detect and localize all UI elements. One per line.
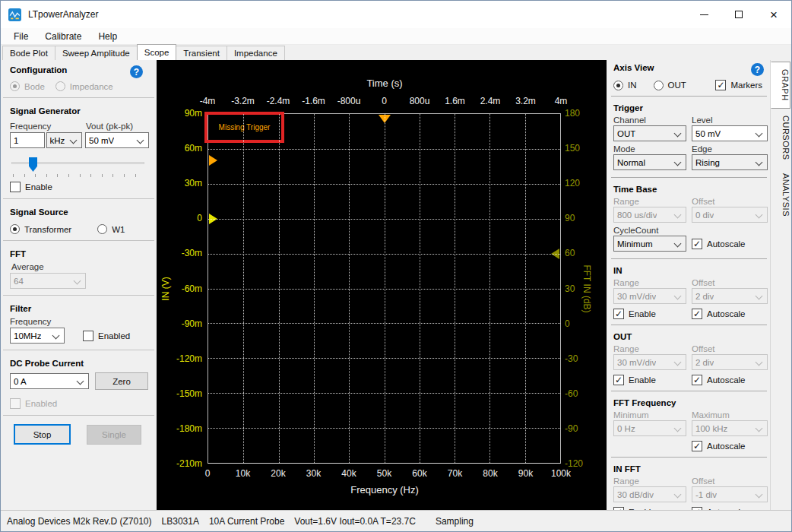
filter-frequency-label: Frequency [10,317,149,326]
side-tab-graph[interactable]: GRAPH [771,62,790,109]
in-fft-title: IN FFT [613,464,641,473]
dc-probe-current-select[interactable]: 0 A [10,373,89,389]
divider [611,391,767,391]
close-button[interactable]: × [756,1,791,28]
gridline-horizontal [208,393,560,394]
help-icon[interactable]: ? [130,65,143,78]
out-range-select[interactable]: 30 mV/div [613,354,686,370]
time-base-autoscale-checkbox[interactable]: ✓ Autoscale [692,239,768,249]
markers-checkbox[interactable]: ✓ Markers [715,80,762,90]
trigger-edge-label: Edge [692,144,768,154]
menu-help[interactable]: Help [90,30,125,43]
bode-radio[interactable]: Bode [10,81,45,91]
dc-probe-enabled-checkbox[interactable]: ✓ Enabled [10,398,57,409]
fft-frequency-maximum-select[interactable]: 100 kHz [692,420,768,436]
zero-button[interactable]: Zero [95,372,148,390]
in-fft-offset-select[interactable]: -1 div [692,486,768,502]
axis-view-out-radio[interactable]: OUT [654,81,686,90]
gridline-vertical [489,114,490,463]
status-segment: Analog Devices M2k Rev.D (Z7010) [7,516,152,527]
divider [611,457,767,458]
fft-section: FFT Average 64 [1,242,157,293]
time-tick: -800u [337,96,361,106]
side-tab-cursors[interactable]: CURSORS [772,109,790,167]
signal-generator-enable-checkbox[interactable]: ✓ Enable [10,182,52,192]
fft-frequency-autoscale-checkbox[interactable]: ✓ Autoscale [692,441,768,451]
checkbox-box: ✓ [715,80,726,90]
in-tick: -120m [176,353,202,364]
in-fft-autoscale-checkbox[interactable]: ✓ Autoscale [692,507,768,510]
fft-frequency-maximum-label: Maximum [692,410,768,420]
gridline-horizontal [208,428,560,429]
fft-average-select[interactable]: 64 [10,273,86,289]
in-tick: -210m [176,458,202,469]
in-fft-range-select[interactable]: 30 dB/div [613,486,686,502]
divider [3,415,154,416]
trigger-level-select[interactable]: 50 mV [692,125,768,141]
in-fft-section: IN FFT Range Offset 30 dB/div -1 div ✓ E… [607,459,770,510]
filter-enabled-checkbox[interactable]: ✓ Enabled [83,331,130,341]
in-enable-checkbox[interactable]: ✓ Enable [613,309,686,319]
autoscale-label: Autoscale [707,375,746,385]
in-offset-select[interactable]: 2 div [692,288,768,304]
divider [611,258,767,259]
frequency-tick: 0 [205,468,211,479]
trigger-mode-select[interactable]: Normal [613,154,686,170]
dc-probe-title: DC Probe Current [10,359,84,368]
gridline-vertical [420,114,420,463]
in-autoscale-checkbox[interactable]: ✓ Autoscale [692,309,768,319]
time-base-offset-select[interactable]: 0 div [692,207,768,223]
out-enable-checkbox[interactable]: ✓ Enable [613,375,686,385]
menu-file[interactable]: File [5,30,36,43]
side-tab-analysis[interactable]: ANALYSIS [772,166,790,223]
frequency-unit-select[interactable]: kHz [46,132,82,148]
trigger-channel-label: Channel [613,116,686,125]
frequency-input[interactable]: 1 [10,132,45,148]
tab-transient[interactable]: Transient [176,46,227,60]
transformer-radio[interactable]: Transformer [10,224,71,234]
time-tick: 1.6m [445,96,465,106]
time-tick: 2.4m [480,96,501,106]
vout-select[interactable]: 50 mV [85,132,149,148]
out-autoscale-checkbox[interactable]: ✓ Autoscale [692,375,768,385]
maximize-button[interactable] [721,1,756,28]
time-base-range-select[interactable]: 800 us/div [613,207,686,223]
in-range-select[interactable]: 30 mV/div [613,288,686,304]
minimize-icon [700,14,708,15]
axis-view-in-radio[interactable]: IN [613,81,637,90]
filter-frequency-select[interactable]: 10MHz [10,328,65,344]
out-offset-select[interactable]: 2 div [692,354,768,370]
trigger-mode-label: Mode [613,144,686,154]
side-tab-strip: GRAPHCURSORSANALYSIS [770,60,791,510]
help-icon[interactable]: ? [751,63,764,76]
cyclecount-select[interactable]: Minimum [613,236,686,252]
menu-calibrate[interactable]: Calibrate [36,30,90,43]
tab-scope[interactable]: Scope [137,44,177,60]
trigger-title: Trigger [613,103,643,112]
trigger-level-marker[interactable] [209,155,217,166]
gridline-horizontal [208,289,560,290]
enable-label: Enable [629,375,656,385]
radio-circle [97,224,107,234]
filter-section: Filter Frequency 10MHz ✓ Enabled [1,297,157,348]
tab-impedance[interactable]: Impedance [227,46,285,60]
frequency-label: Frequency [10,122,86,131]
trigger-edge-select[interactable]: Rising [692,154,768,170]
time-tick: -3.2m [231,96,255,106]
single-button[interactable]: Single [87,425,141,445]
tab-sweep-amplitude[interactable]: Sweep Amplitude [55,46,138,60]
signal-source-section: Signal Source Transformer W1 [1,201,157,239]
slider-thumb[interactable] [29,157,37,172]
bode-radio-label: Bode [24,82,45,91]
status-segment: LB3031A [162,516,199,527]
checkbox-box: ✓ [692,309,702,319]
stop-button[interactable]: Stop [14,424,71,445]
minimize-button[interactable] [686,1,721,28]
w1-radio[interactable]: W1 [97,224,125,234]
trigger-channel-select[interactable]: OUT [613,125,686,141]
impedance-radio[interactable]: Impedance [55,81,113,91]
in-fft-enable-checkbox[interactable]: ✓ Enable [613,507,686,510]
tab-bode-plot[interactable]: Bode Plot [2,46,55,60]
fft-frequency-minimum-select[interactable]: 0 Hz [613,420,686,436]
frequency-slider[interactable] [11,157,147,177]
